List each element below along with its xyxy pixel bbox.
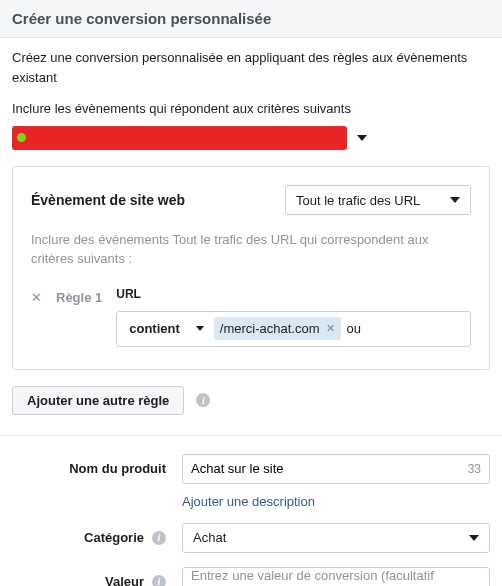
add-rule-button[interactable]: Ajouter une autre règle [12, 386, 184, 415]
category-select[interactable]: Achat [182, 523, 490, 553]
url-condition-input[interactable]: contient /merci-achat.com ✕ ou [116, 311, 471, 347]
category-value: Achat [193, 530, 226, 545]
category-label: Catégorie i [12, 530, 182, 545]
remove-chip-icon[interactable]: ✕ [326, 322, 335, 335]
char-count: 33 [468, 462, 481, 476]
or-text: ou [347, 321, 361, 336]
event-type-value: Tout le trafic des URL [296, 193, 420, 208]
status-dot-icon [17, 133, 26, 142]
intro-line2: Créez une conversion personnalisée en ap… [12, 50, 467, 85]
url-chip: /merci-achat.com ✕ [214, 317, 341, 340]
event-type-select[interactable]: Tout le trafic des URL [285, 185, 471, 215]
intro-text: Créez une conversion personnalisée en ap… [12, 48, 490, 87]
url-chip-value: /merci-achat.com [220, 321, 320, 336]
value-input[interactable] [191, 568, 481, 583]
chevron-down-icon[interactable] [357, 135, 367, 141]
pixel-selector-redacted[interactable] [12, 126, 347, 150]
value-label: Valeur i [12, 574, 182, 586]
value-input-wrap[interactable] [182, 567, 490, 586]
operator-value: contient [129, 321, 180, 336]
criteria-heading: Inclure les évènements qui répondent aux… [12, 101, 490, 116]
chevron-down-icon [469, 535, 479, 541]
operator-select[interactable]: contient [123, 317, 208, 340]
pixel-selector-row [12, 126, 490, 150]
info-icon[interactable]: i [196, 393, 210, 407]
add-description-link[interactable]: Ajouter une description [182, 494, 315, 509]
chevron-down-icon [196, 326, 204, 331]
product-name-field[interactable] [191, 461, 468, 476]
rule-name: Règle 1 [56, 290, 102, 305]
product-name-label: Nom du produit [12, 461, 182, 476]
modal-header: Créer une conversion personnalisée [0, 0, 502, 38]
url-field-label: URL [116, 287, 471, 301]
product-name-input[interactable]: 33 [182, 454, 490, 484]
info-icon[interactable]: i [152, 575, 166, 586]
rule-row: ✕ Règle 1 URL contient /merci-achat.com … [31, 287, 471, 347]
remove-rule-icon[interactable]: ✕ [31, 290, 42, 305]
rules-container: Évènement de site web Tout le trafic des… [12, 166, 490, 370]
rules-hint: Inclure des évènements Tout le trafic de… [31, 231, 471, 269]
event-label: Évènement de site web [31, 192, 185, 208]
modal-title: Créer une conversion personnalisée [12, 10, 271, 27]
chevron-down-icon [450, 197, 460, 203]
info-icon[interactable]: i [152, 531, 166, 545]
